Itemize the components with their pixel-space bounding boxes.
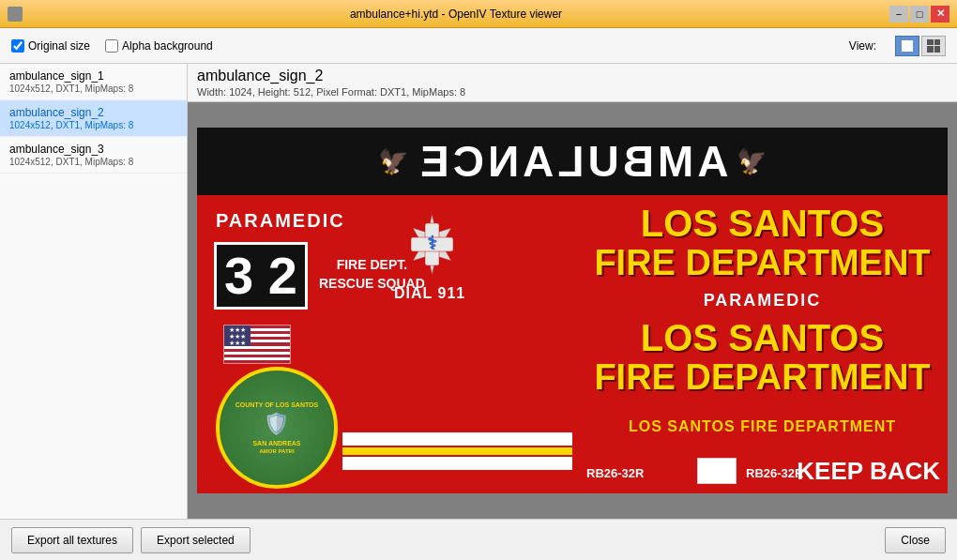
close-window-button[interactable]: ✕ <box>931 6 949 23</box>
county-seal: COUNTY OF LOS SANTOS 🛡️ SAN ANDREAS AMOR… <box>216 367 338 489</box>
wing-left-icon: 🦅 <box>370 138 417 185</box>
right-texture-panel: LOS SANTOS FIRE DEPARTMENT PARAMEDIC LOS… <box>577 195 948 493</box>
view-buttons <box>895 36 946 56</box>
los-santos-line2: LOS SANTOS <box>577 317 948 358</box>
texture-info-bar: ambulance_sign_2 Width: 1024, Height: 51… <box>188 64 957 102</box>
alpha-background-checkbox[interactable] <box>105 39 118 53</box>
texture-name: ambulance_sign_2 <box>9 106 177 119</box>
medical-star: ⚕ <box>394 206 469 281</box>
svg-rect-0 <box>902 40 913 52</box>
fire-department-line1: FIRE DEPARTMENT <box>577 244 948 283</box>
original-size-option: Original size <box>11 39 90 53</box>
ambulance-mirrored-text: AMBULANCE <box>417 136 728 187</box>
single-view-icon <box>901 39 914 53</box>
svg-text:⚕: ⚕ <box>427 233 437 253</box>
alpha-background-option: Alpha background <box>105 39 213 53</box>
paramedic-right-text: PARAMEDIC <box>577 291 948 310</box>
rb-right-text: RB26-32R <box>746 466 803 480</box>
maximize-button[interactable]: □ <box>910 6 929 23</box>
window-title: ambulance+hi.ytd - OpenIV Texture viewer <box>23 8 889 21</box>
app-icon <box>8 7 23 22</box>
texture-name: ambulance_sign_1 <box>9 69 177 83</box>
view-single-button[interactable] <box>895 36 919 56</box>
original-size-label: Original size <box>28 39 90 53</box>
view-label: View: <box>849 39 876 53</box>
texture-item[interactable]: ambulance_sign_2 1024x512, DXT1, MipMaps… <box>0 100 187 137</box>
paramedic-left-text: PARAMEDIC <box>216 210 345 232</box>
texture-panel: ambulance_sign_2 Width: 1024, Height: 51… <box>188 64 957 519</box>
seal-bottom-text: SAN ANDREAS <box>235 440 318 446</box>
grid-view-icon <box>927 39 940 53</box>
fire-department-line2: FIRE DEPARTMENT <box>577 358 948 398</box>
texture-display: 3 🦅 AMBULANCE 🦅 PARAMEDIC 3 2 <box>188 102 957 519</box>
seal-figures: 🛡️ <box>235 412 318 436</box>
view-grid-button[interactable] <box>921 36 946 56</box>
los-santos-text-1: LOS SANTOS FIRE DEPARTMENT <box>577 203 948 283</box>
texture-item[interactable]: ambulance_sign_1 1024x512, DXT1, MipMaps… <box>0 64 187 100</box>
seal-motto: AMOR PATRI <box>235 448 318 454</box>
los-santos-text-2: LOS SANTOS FIRE DEPARTMENT <box>577 317 948 398</box>
bottom-bar: Export all textures Export selected Clos… <box>0 519 957 560</box>
top-banner: 🦅 AMBULANCE 🦅 <box>197 128 948 195</box>
keep-back-text: KEEP BACK <box>797 457 940 486</box>
texture-name: ambulance_sign_3 <box>9 143 177 156</box>
selected-texture-name: ambulance_sign_2 <box>197 68 948 84</box>
white-stripe-2 <box>342 457 572 470</box>
export-all-button[interactable]: Export all textures <box>11 527 133 553</box>
wing-right-icon: 🦅 <box>728 138 775 185</box>
alpha-background-label: Alpha background <box>122 39 213 53</box>
los-santos-line1: LOS SANTOS <box>577 203 948 244</box>
close-button[interactable]: Close <box>885 527 946 553</box>
original-size-checkbox[interactable] <box>11 39 24 53</box>
toolbar: Original size Alpha background View: <box>0 28 957 64</box>
yellow-stripe <box>342 447 572 455</box>
window-controls: − □ ✕ <box>889 6 949 23</box>
title-bar: ambulance+hi.ytd - OpenIV Texture viewer… <box>0 0 957 28</box>
us-flag: ★★★★★★★★★ <box>223 325 291 364</box>
left-texture-panel: PARAMEDIC 3 2 FIRE DEPT. RESCUE SQUAD <box>197 195 572 493</box>
ambulance-texture: 🦅 AMBULANCE 🦅 PARAMEDIC 3 2 FIRE DEPT. R… <box>197 128 948 493</box>
los-santos-small-text: LOS SANTOS FIRE DEPARTMENT <box>577 418 948 435</box>
export-selected-button[interactable]: Export selected <box>141 527 251 553</box>
texture-info: 1024x512, DXT1, MipMaps: 8 <box>9 120 177 130</box>
dial-911-text: DIAL 911 <box>394 285 465 302</box>
star-of-life-icon: ⚕ <box>397 209 467 280</box>
unit-number: 3 2 <box>214 242 308 310</box>
rb-left-text: RB26-32R <box>586 466 644 480</box>
texture-info: 1024x512, DXT1, MipMaps: 8 <box>9 83 177 94</box>
texture-item[interactable]: ambulance_sign_3 1024x512, DXT1, MipMaps… <box>0 137 187 174</box>
texture-info: 1024x512, DXT1, MipMaps: 8 <box>9 157 177 167</box>
white-square <box>697 458 737 484</box>
selected-texture-meta: Width: 1024, Height: 512, Pixel Format: … <box>197 86 948 98</box>
texture-list: ambulance_sign_1 1024x512, DXT1, MipMaps… <box>0 64 188 519</box>
seal-content: COUNTY OF LOS SANTOS 🛡️ SAN ANDREAS AMOR… <box>231 397 323 459</box>
main-area: ambulance_sign_1 1024x512, DXT1, MipMaps… <box>0 64 957 519</box>
stripe-area <box>342 432 572 493</box>
white-stripe-1 <box>342 432 572 446</box>
minimize-button[interactable]: − <box>889 6 908 23</box>
seal-top-text: COUNTY OF LOS SANTOS <box>235 401 318 408</box>
